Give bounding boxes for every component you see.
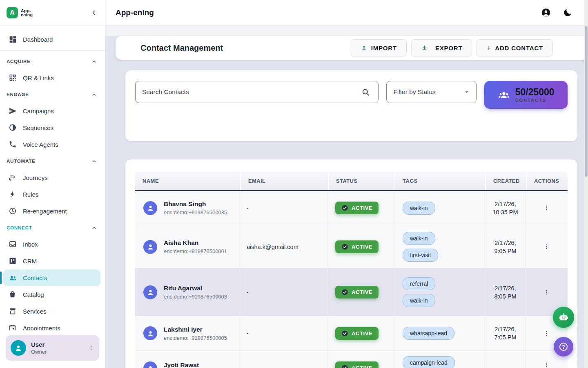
scrollbar-thumb[interactable] bbox=[585, 26, 588, 177]
created-at: 2/17/26 bbox=[485, 351, 526, 368]
chevron-up-icon bbox=[91, 58, 97, 65]
dark-mode-moon-icon[interactable] bbox=[563, 8, 572, 18]
search-input[interactable] bbox=[142, 88, 361, 96]
contact-avatar-icon bbox=[143, 285, 157, 299]
shopping-bag-icon bbox=[9, 290, 17, 299]
tag-chip: referral bbox=[403, 277, 435, 290]
sidebar-item-sequences[interactable]: Sequences bbox=[0, 119, 105, 136]
sidebar-header: A App- ening bbox=[0, 0, 105, 25]
contact-phone: enc:demo:+919876500005 bbox=[164, 335, 227, 341]
chevron-up-icon bbox=[91, 158, 97, 164]
table-row: Lakshmi Iyer enc:demo:+919876500005 - AC… bbox=[135, 316, 568, 351]
row-actions-button[interactable] bbox=[543, 330, 550, 337]
status-badge: ACTIVE bbox=[335, 240, 379, 253]
contact-name: Lakshmi Iyer bbox=[164, 326, 227, 333]
sidebar-item-qr-links[interactable]: QR & Links bbox=[0, 70, 105, 86]
sidebar-item-re-engagement[interactable]: Re-engagement bbox=[0, 203, 105, 220]
phone-icon bbox=[9, 140, 17, 149]
upload-icon bbox=[361, 45, 368, 52]
plus-icon: + bbox=[486, 44, 491, 52]
contact-email bbox=[240, 351, 328, 368]
svg-text:?: ? bbox=[562, 344, 565, 350]
status-badge: ACTIVE bbox=[335, 202, 379, 214]
sidebar-item-dashboard[interactable]: Dashboard bbox=[0, 31, 105, 48]
main-content: Contact Management IMPORT EXPORT + ADD C… bbox=[105, 25, 588, 368]
page-title: Contact Management bbox=[140, 43, 346, 53]
section-automate[interactable]: AUTOMATE bbox=[0, 153, 105, 169]
sidebar-footer: User Owner bbox=[0, 330, 105, 368]
sidebar-item-appointments[interactable]: Appointments bbox=[0, 320, 105, 330]
tag-chip: campaign-lead bbox=[403, 356, 455, 368]
contact-phone: enc:demo:+919876500003 bbox=[164, 294, 227, 300]
add-contact-button[interactable]: + ADD CONTACT bbox=[477, 39, 553, 56]
created-at: 2/17/26, 8:05 PM bbox=[485, 269, 526, 316]
status-badge: ACTIVE bbox=[335, 286, 379, 298]
contact-avatar-icon bbox=[143, 326, 157, 340]
contact-name: Ritu Agarwal bbox=[164, 285, 227, 292]
status-badge: ACTIVE bbox=[335, 327, 379, 340]
chevron-up-icon bbox=[91, 225, 97, 231]
row-actions-button[interactable] bbox=[543, 204, 550, 211]
content-top-strip bbox=[105, 25, 588, 36]
row-actions-button[interactable] bbox=[543, 289, 550, 296]
sidebar-item-campaigns[interactable]: Campaigns bbox=[0, 103, 105, 119]
sidebar-item-voice-agents[interactable]: Voice Agents bbox=[0, 136, 105, 153]
dashboard-icon bbox=[9, 35, 17, 44]
user-menu-button[interactable] bbox=[88, 345, 94, 351]
row-actions-button[interactable] bbox=[543, 243, 550, 250]
column-header-created: CREATED bbox=[486, 172, 526, 190]
tag-chip: whatsapp-lead bbox=[403, 327, 454, 340]
search-icon[interactable] bbox=[361, 88, 370, 96]
robot-icon bbox=[558, 312, 569, 323]
import-button[interactable]: IMPORT bbox=[351, 39, 407, 56]
contact-email: aisha.k@gmail.com bbox=[240, 225, 328, 268]
calendar-icon bbox=[9, 324, 17, 330]
user-card[interactable]: User Owner bbox=[6, 335, 99, 361]
account-icon[interactable] bbox=[541, 7, 551, 18]
filter-panel: Filter by Status 50/25000 CONTACTS bbox=[125, 70, 577, 141]
contact-name: Bhavna Singh bbox=[164, 200, 227, 208]
status-filter-select[interactable]: Filter by Status bbox=[386, 81, 477, 103]
question-mark-icon: ? bbox=[558, 341, 569, 352]
send-icon bbox=[9, 107, 17, 115]
column-header-status: STATUS bbox=[329, 172, 394, 190]
sidebar-item-catalog[interactable]: Catalog bbox=[0, 286, 105, 303]
contacts-count-badge: 50/25000 CONTACTS bbox=[484, 81, 568, 109]
sidebar-item-rules[interactable]: Rules bbox=[0, 186, 105, 203]
check-circle-icon bbox=[341, 204, 348, 211]
table-header: NAME EMAIL STATUS TAGS CREATED ACTIONS bbox=[135, 172, 568, 191]
sidebar-item-journeys[interactable]: Journeys bbox=[0, 169, 105, 186]
tag-chip: walk-in bbox=[403, 202, 435, 215]
topbar: App-ening bbox=[105, 0, 588, 25]
download-icon bbox=[421, 45, 428, 52]
sidebar-collapse-icon[interactable] bbox=[90, 9, 98, 16]
row-actions-button[interactable] bbox=[543, 361, 550, 368]
section-acquire[interactable]: ACQUIRE bbox=[0, 53, 105, 70]
contact-avatar-icon bbox=[143, 201, 157, 215]
help-fab[interactable]: ? bbox=[554, 337, 573, 357]
tag-chip: walk-in bbox=[403, 232, 435, 245]
sidebar-item-services[interactable]: Services bbox=[0, 303, 105, 320]
sidebar-item-contacts[interactable]: Contacts bbox=[3, 269, 100, 286]
contacts-count: 50/25000 bbox=[515, 87, 555, 97]
contact-email: - bbox=[240, 316, 328, 350]
tag-chip: first-visit bbox=[403, 249, 438, 262]
check-circle-icon bbox=[341, 243, 348, 250]
search-field bbox=[135, 81, 379, 103]
column-header-name: NAME bbox=[135, 172, 240, 190]
sidebar-item-inbox[interactable]: Inbox bbox=[0, 236, 105, 253]
section-engage[interactable]: ENGAGE bbox=[0, 86, 105, 103]
sidebar-item-crm[interactable]: CRM bbox=[0, 253, 105, 269]
assistant-fab[interactable] bbox=[553, 307, 574, 328]
export-button[interactable]: EXPORT bbox=[411, 39, 472, 56]
brand-name: App- ening bbox=[21, 9, 33, 17]
section-connect[interactable]: CONNECT bbox=[0, 220, 105, 236]
divider bbox=[0, 50, 105, 51]
contact-name: Jyoti Rawat bbox=[164, 361, 199, 368]
clock-icon bbox=[9, 207, 17, 215]
contrast-circle-icon bbox=[9, 123, 17, 132]
table-row: Ritu Agarwal enc:demo:+919876500003 - AC… bbox=[135, 269, 568, 316]
app-logo-icon: A bbox=[7, 7, 18, 18]
lightning-bolt-icon bbox=[9, 190, 17, 199]
tag-chip: walk-in bbox=[403, 294, 435, 307]
